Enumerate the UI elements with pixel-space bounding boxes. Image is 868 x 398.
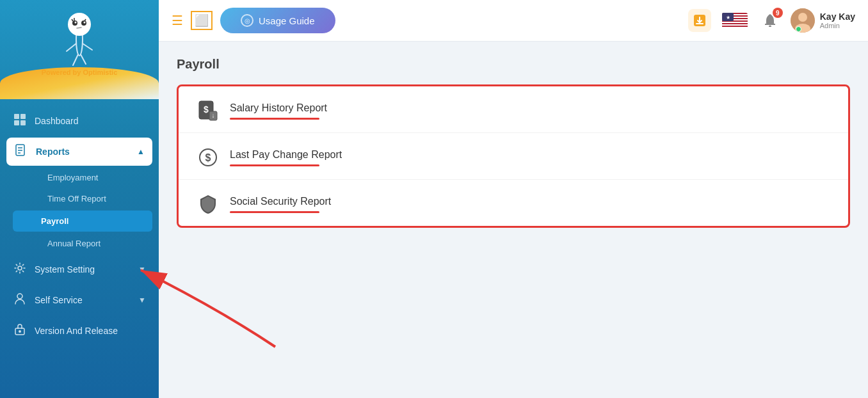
usage-guide-label: Usage Guide — [259, 15, 315, 26]
last-pay-change-content: Last Pay Change Report — [230, 149, 830, 166]
language-flag-btn[interactable]: ★ — [720, 9, 750, 32]
dashboard-icon — [13, 113, 27, 129]
svg-rect-33 — [722, 24, 748, 26]
self-service-icon — [13, 292, 27, 308]
svg-point-22 — [18, 266, 22, 270]
annotation-arrow — [159, 232, 314, 360]
us-flag-icon: ★ — [722, 13, 748, 28]
reports-chevron-icon: ▲ — [137, 147, 145, 156]
sidebar-logo: Powered by Optimistic — [0, 0, 159, 99]
usage-guide-button[interactable]: ◎ Usage Guide — [220, 8, 335, 33]
version-release-icon — [13, 323, 27, 338]
header-right: ★ 9 — [688, 8, 855, 33]
last-pay-change-name: Last Pay Change Report — [230, 149, 830, 161]
user-name-wrap: Kay Kay Admin — [820, 12, 855, 29]
page-content: Payroll $ ↓ Salary History Report — [159, 42, 868, 398]
reports-label: Reports — [36, 147, 129, 157]
dashboard-label: Dashboard — [35, 116, 146, 126]
svg-rect-15 — [20, 114, 26, 119]
salary-history-icon: $ ↓ — [197, 99, 220, 122]
reports-icon — [14, 144, 28, 159]
sidebar-item-system-setting[interactable]: System Setting ▼ — [0, 254, 159, 285]
svg-point-37 — [769, 26, 771, 28]
page-title: Payroll — [177, 57, 850, 72]
user-role: Admin — [820, 22, 855, 29]
salary-history-underline — [230, 118, 319, 120]
subnav-employment[interactable]: Employament — [13, 167, 159, 188]
user-avatar — [791, 8, 815, 33]
social-security-name: Social Security Report — [230, 196, 830, 207]
download-icon-btn[interactable] — [688, 9, 711, 32]
sidebar-navigation: Dashboard Reports ▲ Employament Time Off… — [0, 99, 159, 398]
report-item-last-pay-change[interactable]: $ Last Pay Change Report — [179, 133, 848, 180]
sidebar-item-version-release[interactable]: Version And Release — [0, 315, 159, 346]
svg-point-5 — [84, 22, 86, 24]
user-online-status — [796, 26, 801, 32]
social-security-content: Social Security Report — [230, 196, 830, 213]
version-release-label: Version And Release — [35, 326, 146, 336]
reports-subnav: Employament Time Off Report Payroll Annu… — [0, 167, 159, 254]
social-security-icon — [197, 193, 220, 216]
hamburger-icon[interactable]: ☰ — [172, 13, 183, 28]
header-left: ☰ ⬜ ◎ Usage Guide — [172, 8, 335, 33]
header: ☰ ⬜ ◎ Usage Guide — [159, 0, 868, 42]
svg-text:★: ★ — [725, 15, 730, 20]
svg-text:$: $ — [205, 152, 211, 163]
svg-rect-17 — [20, 120, 26, 125]
svg-line-13 — [81, 54, 86, 64]
report-item-social-security[interactable]: Social Security Report — [179, 180, 848, 226]
system-setting-label: System Setting — [35, 264, 131, 275]
self-service-chevron-icon: ▼ — [138, 296, 146, 305]
expand-icon[interactable]: ⬜ — [191, 11, 213, 30]
svg-text:$: $ — [204, 104, 209, 115]
usage-guide-btn-icon: ◎ — [241, 14, 253, 27]
logo-character — [51, 6, 108, 67]
system-setting-chevron-icon: ▼ — [138, 265, 146, 274]
user-info[interactable]: Kay Kay Admin — [791, 8, 855, 33]
svg-rect-16 — [14, 120, 19, 125]
system-setting-icon — [13, 262, 27, 277]
svg-line-12 — [73, 54, 78, 65]
svg-line-10 — [67, 44, 76, 51]
notification-btn[interactable]: 9 — [759, 9, 782, 32]
subnav-annual[interactable]: Annual Report — [13, 233, 159, 254]
last-pay-change-underline — [230, 164, 319, 166]
svg-line-9 — [77, 28, 81, 28]
download-icon — [693, 13, 707, 28]
svg-rect-34 — [722, 27, 748, 28]
svg-point-4 — [75, 22, 77, 24]
svg-point-1 — [68, 13, 91, 36]
reports-container: $ ↓ Salary History Report $ — [177, 84, 850, 228]
social-security-underline — [230, 211, 319, 213]
report-item-salary-history[interactable]: $ ↓ Salary History Report — [179, 86, 848, 133]
svg-text:↓: ↓ — [212, 112, 215, 119]
salary-history-content: Salary History Report — [230, 102, 830, 120]
subnav-time-off[interactable]: Time Off Report — [13, 188, 159, 209]
self-service-label: Self Service — [35, 295, 131, 305]
sidebar: Powered by Optimistic Dashboard — [0, 0, 159, 398]
svg-rect-14 — [14, 114, 19, 119]
svg-point-39 — [798, 13, 807, 22]
notification-badge: 9 — [773, 8, 783, 18]
svg-point-23 — [17, 294, 22, 299]
sidebar-item-reports[interactable]: Reports ▲ — [6, 138, 152, 166]
subnav-payroll[interactable]: Payroll — [13, 211, 152, 232]
last-pay-change-icon: $ — [197, 146, 220, 169]
user-name: Kay Kay — [820, 12, 855, 22]
powered-by-label: Powered by Optimistic — [42, 68, 118, 76]
svg-line-11 — [83, 44, 92, 50]
sidebar-item-self-service[interactable]: Self Service ▼ — [0, 285, 159, 315]
sidebar-item-dashboard[interactable]: Dashboard — [0, 106, 159, 136]
svg-rect-32 — [722, 22, 748, 23]
salary-history-name: Salary History Report — [230, 102, 830, 114]
main-area: ☰ ⬜ ◎ Usage Guide — [159, 0, 868, 398]
svg-point-25 — [19, 330, 21, 333]
